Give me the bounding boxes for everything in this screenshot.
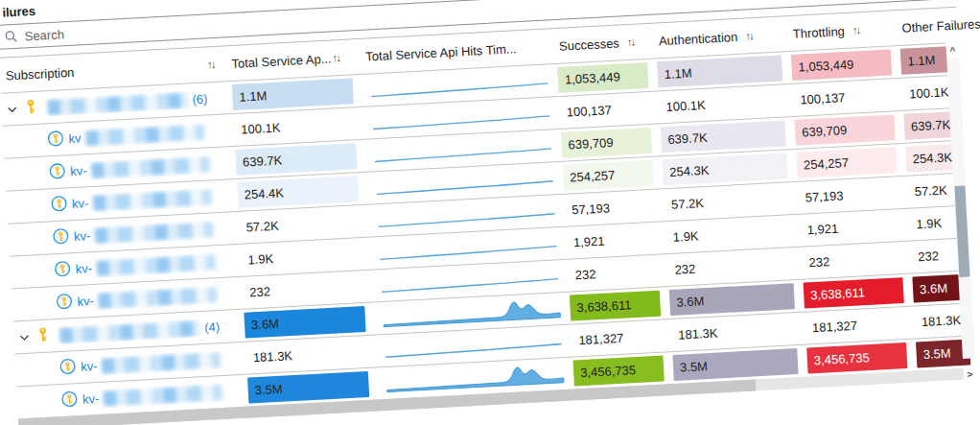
keyvault-resource-icon — [52, 227, 69, 248]
authentication-value: 57.2K — [664, 185, 789, 218]
column-label: Total Service Ap... — [231, 51, 332, 71]
column-header-subscription[interactable]: Subscription ↑↓ — [0, 57, 226, 83]
resource-name-redacted — [104, 385, 223, 407]
total-api-hits-value: 1.1M — [232, 78, 354, 110]
vertical-scrollbar-thumb[interactable] — [954, 186, 969, 277]
resource-name-prefix: kv- — [74, 228, 91, 244]
search-icon — [4, 30, 18, 44]
resource-name-redacted — [102, 352, 222, 374]
column-label: Authentication — [659, 29, 738, 47]
subscription-cell: (6) — [1, 88, 228, 119]
resource-name-redacted — [98, 287, 218, 309]
resource-name-redacted — [93, 189, 213, 211]
sort-icon[interactable]: ↑↓ — [745, 30, 753, 41]
sort-icon[interactable]: ↑↓ — [207, 59, 215, 70]
resource-name-prefix: kv- — [75, 261, 92, 276]
authentication-value: 181.3K — [671, 316, 797, 348]
column-label: Total Service Api Hits Tim... — [365, 41, 517, 63]
successes-value: 232 — [568, 258, 659, 289]
successes-value: 3,638,611 — [570, 291, 661, 321]
authentication-value: 232 — [667, 250, 793, 283]
keyvault-resource-icon — [54, 260, 71, 280]
scroll-right-arrow-icon[interactable]: > — [964, 367, 977, 380]
column-label: Successes — [559, 35, 620, 53]
chevron-down-icon[interactable] — [19, 334, 31, 341]
authentication-value: 639.7K — [661, 120, 786, 153]
authentication-value: 3.6M — [669, 283, 795, 316]
total-api-hits-value: 1.9K — [241, 241, 362, 273]
throttling-value: 254,257 — [796, 147, 897, 177]
column-header-total-api-hits-timeline[interactable]: Total Service Api Hits Tim... — [356, 39, 552, 64]
successes-value: 57,193 — [564, 193, 655, 224]
throttling-value: 1,053,449 — [791, 49, 892, 80]
throttling-value: 57,193 — [798, 179, 898, 210]
resource-name-redacted — [97, 254, 217, 276]
resource-name-redacted — [91, 156, 211, 178]
successes-value: 1,921 — [566, 225, 657, 256]
column-label: Throttling — [792, 23, 845, 40]
total-api-hits-value: 3.5M — [247, 371, 369, 404]
keyvault-key-icon — [23, 99, 38, 118]
successes-value: 254,257 — [563, 160, 654, 191]
throttling-value: 3,456,735 — [806, 342, 907, 373]
throttling-value: 1,921 — [800, 212, 900, 243]
resource-name-redacted — [95, 222, 215, 244]
successes-value: 100,137 — [559, 95, 650, 126]
total-api-hits-value: 232 — [243, 273, 364, 306]
group-count: (6) — [192, 91, 208, 106]
keyvault-key-icon — [35, 327, 51, 346]
resource-name-prefix: kv- — [82, 391, 100, 407]
throttling-value: 181,327 — [805, 310, 905, 341]
throttling-value: 100,137 — [793, 82, 894, 112]
sort-icon[interactable]: ↑↓ — [627, 36, 635, 48]
resource-name-redacted — [47, 92, 188, 115]
authentication-value: 1.1M — [657, 56, 782, 88]
keyvault-resource-icon — [51, 195, 68, 215]
column-label: Other Failures — [901, 16, 980, 35]
total-api-hits-value: 181.3K — [245, 339, 367, 371]
authentication-value: 3.5M — [672, 348, 798, 381]
resource-name-redacted — [59, 320, 200, 343]
subscription-cell: (4) — [13, 317, 241, 347]
total-api-hits-value: 639.7K — [235, 143, 357, 176]
sort-icon[interactable]: ↑↓ — [332, 52, 339, 63]
group-count: (4) — [204, 319, 221, 335]
total-api-hits-value: 100.1K — [234, 110, 356, 143]
keyvault-resource-icon — [56, 293, 73, 313]
resource-name-prefix: kv- — [72, 196, 89, 211]
column-header-authentication[interactable]: Authentication ↑↓ — [651, 27, 786, 48]
keyvault-resource-icon — [47, 130, 64, 150]
successes-value: 639,709 — [561, 128, 652, 158]
authentication-value: 254.3K — [663, 153, 788, 185]
resource-name-prefix: kv- — [81, 359, 98, 374]
throttling-value: 639,709 — [795, 114, 896, 145]
column-header-successes[interactable]: Successes ↑↓ — [551, 34, 652, 54]
column-header-total-api-hits[interactable]: Total Service Ap... ↑↓ — [225, 50, 357, 71]
keyvault-resource-icon — [60, 390, 78, 411]
column-header-throttling[interactable]: Throttling ↑↓ — [784, 21, 895, 41]
authentication-value: 100.1K — [659, 87, 784, 120]
chevron-down-icon[interactable] — [8, 106, 19, 112]
workbook-widget: ilures Subscription ↑↓ Total Service Ap.… — [0, 0, 976, 425]
resource-name-prefix: kv — [68, 130, 82, 146]
keyvault-resource-icon — [59, 358, 77, 378]
authentication-value: 1.9K — [665, 218, 791, 250]
scroll-up-arrow-icon[interactable]: ^ — [945, 42, 959, 59]
throttling-value: 3,638,611 — [804, 277, 904, 308]
resource-name-redacted — [85, 124, 205, 146]
resource-name-prefix: kv- — [77, 294, 94, 309]
table-body: (6) 1.1M 1,053,449 1.1M 1,053,449 1.1M — [1, 42, 976, 419]
sort-icon[interactable]: ↑↓ — [852, 24, 860, 35]
successes-value: 3,456,735 — [573, 356, 665, 387]
successes-value: 1,053,449 — [557, 62, 648, 93]
successes-value: 181,327 — [572, 323, 663, 354]
throttling-value: 232 — [802, 245, 902, 275]
resource-name-prefix: kv- — [70, 163, 87, 178]
grid: Subscription ↑↓ Total Service Ap... ↑↓ T… — [0, 7, 976, 425]
total-api-hits-value: 3.6M — [244, 306, 365, 339]
total-api-hits-value: 57.2K — [239, 208, 361, 241]
keyvault-resource-icon — [49, 162, 66, 182]
total-api-hits-value: 254.4K — [237, 176, 359, 208]
column-label: Subscription — [5, 64, 74, 83]
column-header-other-failures[interactable]: Other Failures — [894, 17, 958, 35]
